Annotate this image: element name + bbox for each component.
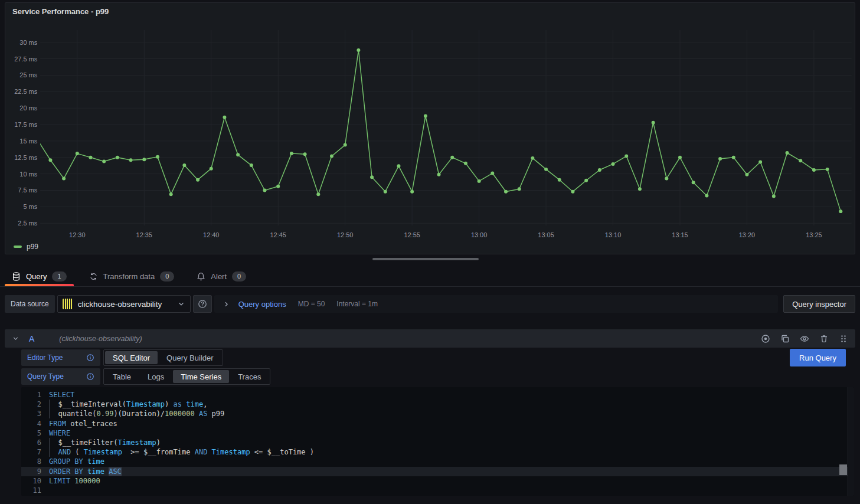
editor-type-label: Editor Type — [27, 354, 63, 362]
line-number: 8 — [21, 457, 41, 466]
line-number: 10 — [21, 476, 41, 486]
editor-type-radio-group: SQL EditorQuery Builder — [103, 349, 223, 366]
chart-legend[interactable]: p99 — [14, 243, 38, 251]
query-type-table[interactable]: Table — [105, 370, 139, 383]
tab-alert-label: Alert — [211, 272, 227, 281]
info-circle-icon — [86, 372, 94, 381]
pane-resize-handle[interactable] — [372, 258, 479, 260]
query-datasource-hint: (clickhouse-observability) — [59, 335, 142, 343]
query-type-chip: Query Type — [21, 368, 100, 385]
sql-code-editor[interactable]: 1SELECT2 $__timeInterval(Timestamp) as t… — [21, 387, 854, 496]
info-circle-icon — [86, 354, 94, 362]
datasource-label: Data source — [5, 295, 55, 313]
datasource-row: Data source clickhouse-observability Que… — [5, 295, 855, 313]
query-inspector-button[interactable]: Query inspector — [783, 295, 855, 313]
code-line-8[interactable]: 8GROUP BY time — [21, 457, 854, 466]
svg-text:30 ms: 30 ms — [19, 39, 37, 46]
query-ref-id[interactable]: A — [29, 334, 34, 343]
svg-text:12:45: 12:45 — [270, 231, 286, 238]
code-lines: 1SELECT2 $__timeInterval(Timestamp) as t… — [21, 390, 854, 495]
editor-scrollbar-track[interactable] — [848, 387, 854, 496]
query-type-radio-group: TableLogsTime SeriesTraces — [103, 368, 270, 385]
code-line-11[interactable]: 11 — [21, 486, 854, 495]
svg-text:13:25: 13:25 — [806, 231, 822, 238]
code-line-5[interactable]: 5WHERE — [21, 428, 854, 438]
collapse-query-chevron-icon[interactable] — [12, 335, 19, 342]
line-number: 6 — [21, 438, 41, 447]
tab-transform-data[interactable]: Transform data 0 — [82, 266, 182, 286]
line-number: 2 — [21, 400, 41, 409]
editor-type-chip: Editor Type — [21, 349, 100, 366]
query-options-link[interactable]: Query options — [238, 300, 286, 309]
code-line-3[interactable]: 3 quantile(0.99)(Duration)/1000000 AS p9… — [21, 409, 854, 418]
svg-text:13:15: 13:15 — [672, 231, 688, 238]
query-type-traces[interactable]: Traces — [230, 370, 269, 383]
legend-series-swatch — [14, 246, 22, 248]
help-circle-icon — [198, 299, 207, 309]
line-number: 3 — [21, 409, 41, 418]
svg-text:15 ms: 15 ms — [19, 138, 37, 145]
clickhouse-logo-icon — [63, 299, 73, 309]
query-options-bar: Query options MD = 50 Interval = 1m — [214, 295, 779, 313]
line-number: 1 — [21, 390, 41, 400]
tab-transform-count: 0 — [160, 271, 174, 282]
datasource-value: clickhouse-observability — [78, 300, 172, 309]
svg-text:12:55: 12:55 — [404, 231, 420, 238]
svg-text:25 ms: 25 ms — [19, 71, 37, 78]
panel-title: Service Performance - p99 — [12, 7, 109, 16]
svg-text:22.5 ms: 22.5 ms — [14, 88, 37, 95]
tab-query-count: 1 — [52, 271, 66, 282]
datasource-help-button[interactable] — [193, 295, 212, 313]
tab-alert[interactable]: Alert 0 — [189, 266, 253, 286]
query-type-label: Query Type — [27, 372, 64, 381]
svg-text:7.5 ms: 7.5 ms — [18, 186, 37, 194]
query-type-time-series[interactable]: Time Series — [173, 370, 229, 383]
svg-text:2.5 ms: 2.5 ms — [18, 220, 37, 227]
query-row-header: A (clickhouse-observability) — [5, 329, 855, 348]
run-query-button[interactable]: Run Query — [790, 349, 846, 366]
line-number: 11 — [21, 486, 41, 495]
svg-text:27.5 ms: 27.5 ms — [14, 55, 37, 63]
code-line-10[interactable]: 10LIMIT 100000 — [21, 476, 854, 486]
svg-text:12:40: 12:40 — [203, 231, 219, 238]
duplicate-query-icon[interactable] — [780, 334, 790, 343]
transform-icon — [89, 272, 98, 281]
editor-scrollbar-thumb[interactable] — [839, 464, 847, 475]
hide-response-eye-icon[interactable] — [800, 334, 809, 343]
timeseries-chart[interactable]: 2.5 ms5 ms7.5 ms10 ms12.5 ms15 ms17.5 ms… — [5, 3, 855, 254]
line-number: 9 — [21, 467, 41, 476]
editor-type-sql-editor[interactable]: SQL Editor — [105, 351, 158, 364]
tab-query[interactable]: Query 1 — [5, 266, 74, 286]
line-number: 7 — [21, 447, 41, 457]
drag-query-grip-icon[interactable] — [839, 334, 848, 343]
line-number: 5 — [21, 428, 41, 438]
svg-text:13:10: 13:10 — [605, 231, 621, 238]
svg-text:17.5 ms: 17.5 ms — [14, 121, 37, 128]
legend-series-label[interactable]: p99 — [27, 243, 38, 251]
tab-transform-label: Transform data — [103, 272, 155, 281]
svg-text:20 ms: 20 ms — [19, 104, 37, 112]
database-icon — [12, 272, 21, 281]
editor-type-query-builder[interactable]: Query Builder — [159, 351, 221, 364]
code-line-9[interactable]: 9ORDER BY time ASC — [21, 467, 854, 476]
query-options-md: MD = 50 — [298, 300, 325, 308]
tab-query-label: Query — [26, 272, 47, 281]
chevron-down-icon — [177, 300, 185, 308]
code-line-7[interactable]: 7 AND ( Timestamp >= $__fromTime AND Tim… — [21, 447, 854, 457]
timeseries-panel: Service Performance - p99 2.5 ms5 ms7.5 … — [5, 2, 855, 254]
query-type-logs[interactable]: Logs — [140, 370, 172, 383]
delete-query-trash-icon[interactable] — [819, 334, 829, 343]
code-line-4[interactable]: 4FROM otel_traces — [21, 419, 854, 428]
code-line-1[interactable]: 1SELECT — [21, 390, 854, 400]
datasource-picker[interactable]: clickhouse-observability — [57, 295, 191, 313]
code-line-6[interactable]: 6 $__timeFilter(Timestamp) — [21, 438, 854, 447]
svg-text:13:20: 13:20 — [739, 231, 755, 238]
svg-text:12:35: 12:35 — [136, 231, 152, 238]
svg-text:12.5 ms: 12.5 ms — [14, 154, 37, 161]
disable-query-icon[interactable] — [761, 334, 770, 343]
code-line-2[interactable]: 2 $__timeInterval(Timestamp) as time, — [21, 400, 854, 409]
svg-text:5 ms: 5 ms — [23, 203, 37, 210]
bell-icon — [197, 272, 205, 281]
chevron-right-icon[interactable] — [223, 300, 230, 308]
editor-tabbar: Query 1 Transform data 0 Alert 0 — [0, 266, 860, 287]
